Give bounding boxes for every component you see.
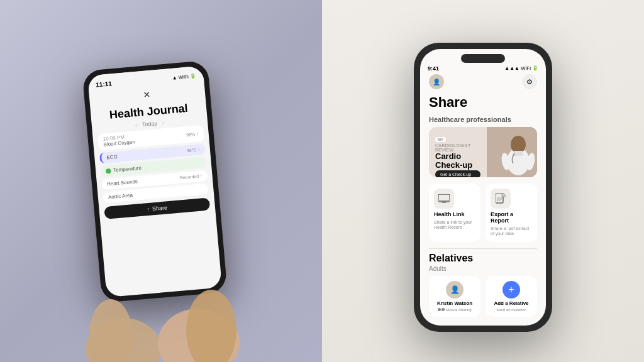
user-avatar[interactable]: 👤 — [429, 74, 444, 89]
settings-button[interactable]: ⚙ — [522, 74, 537, 89]
cardio-card[interactable]: MY CARDIOLOGIST REVIEW Cardio Check-up G… — [429, 127, 537, 177]
page-title: Share — [429, 94, 537, 111]
phone-right-content: 👤 ⚙ Share Healthcare professionals MY CA… — [420, 74, 546, 326]
health-link-card[interactable]: Health Link Share a link to your Health … — [429, 184, 480, 242]
temp-indicator — [106, 168, 111, 173]
export-icon — [491, 189, 511, 209]
dot-1 — [438, 308, 441, 311]
kristin-sharing: Mutual Sharing — [438, 308, 471, 312]
svg-point-6 — [511, 136, 526, 153]
phone-right-screen: 9:41 ▲▲▲ WiFi 🔋 👤 ⚙ Share Healthcare pro… — [420, 49, 546, 326]
ecg-label: ECG — [106, 154, 118, 160]
heart-label: Heart Sounds — [107, 178, 138, 187]
health-link-icon — [434, 189, 454, 209]
signal-icon: ▲▲▲ — [504, 65, 519, 72]
cardio-image — [487, 127, 537, 177]
health-link-desc: Share a link to your Health Record — [434, 220, 475, 231]
next-arrow[interactable]: › — [162, 119, 165, 126]
svg-rect-11 — [438, 200, 450, 202]
phone-left-screen: 11:11 ▲WiFi🔋 ✕ Health Journal ‹ Today › — [87, 66, 222, 298]
svg-rect-12 — [442, 202, 446, 203]
kristin-avatar: 👤 — [446, 281, 464, 299]
heart-value: Recorded ↑ — [180, 173, 203, 180]
sharing-dots — [438, 308, 445, 311]
add-relative-card[interactable]: + Add a Relative Send an invitation — [486, 276, 537, 317]
prev-arrow[interactable]: ‹ — [135, 122, 138, 128]
kristin-watson-card[interactable]: 👤 Kristin Watson Mutual Sharing — [429, 276, 480, 317]
add-relative-sub: Send an invitation — [496, 308, 526, 312]
hands-overlay — [73, 274, 249, 362]
aortic-label: Aortic Area — [108, 192, 133, 200]
phone-left: 11:11 ▲WiFi🔋 ✕ Health Journal ‹ Today › — [82, 60, 227, 303]
wifi-icon: WiFi — [521, 65, 531, 72]
battery-icon: 🔋 — [532, 65, 538, 72]
cardio-title: Cardio Check-up — [435, 152, 480, 170]
cardio-content: MY CARDIOLOGIST REVIEW Cardio Check-up G… — [429, 127, 487, 177]
phone-left-status-icons: ▲WiFi🔋 — [172, 74, 196, 81]
top-bar: 👤 ⚙ — [429, 74, 537, 89]
svg-point-3 — [186, 290, 236, 362]
health-link-title: Health Link — [434, 211, 475, 217]
entry-value: 98% ↑ — [186, 131, 199, 137]
export-desc: Share a .pdf extract of your data — [491, 226, 532, 237]
relatives-title: Relatives — [429, 253, 537, 264]
export-title: Export a Report — [491, 211, 532, 224]
adults-label: Adults — [429, 265, 537, 272]
cardio-subtitle: CARDIOLOGIST REVIEW — [435, 143, 480, 152]
healthcare-section-label: Healthcare professionals — [429, 116, 537, 123]
section-divider — [429, 248, 537, 249]
kristin-name: Kristin Watson — [437, 300, 472, 306]
svg-point-1 — [89, 299, 133, 362]
dot-2 — [441, 308, 445, 311]
right-time: 9:41 — [428, 65, 439, 72]
svg-rect-7 — [513, 151, 523, 156]
share-label: Share — [152, 204, 168, 212]
left-panel: 11:11 ▲WiFi🔋 ✕ Health Journal ‹ Today › — [0, 0, 322, 362]
right-status-icons: ▲▲▲ WiFi 🔋 — [504, 65, 538, 72]
cardio-badge: MY — [435, 137, 446, 142]
right-panel: 9:41 ▲▲▲ WiFi 🔋 👤 ⚙ Share Healthcare pro… — [322, 0, 644, 362]
share-icon: ↑ — [147, 206, 150, 212]
export-report-card[interactable]: Export a Report Share a .pdf extract of … — [486, 184, 537, 242]
sharing-label: Mutual Sharing — [446, 308, 471, 312]
date-label: Today — [142, 120, 158, 128]
phone-right-status-bar: 9:41 ▲▲▲ WiFi 🔋 — [420, 65, 546, 74]
dynamic-island — [461, 54, 505, 63]
temp-label: Temperature — [113, 165, 142, 173]
ecg-value: 38°C ↑ — [187, 147, 201, 153]
phone-left-time: 11:11 — [96, 80, 112, 88]
relative-cards: 👤 Kristin Watson Mutual Sharing + — [429, 276, 537, 317]
add-relative-name: Add a Relative — [494, 300, 528, 306]
add-relative-icon: + — [502, 281, 520, 299]
action-cards: Health Link Share a link to your Health … — [429, 184, 537, 242]
cardio-cta-button[interactable]: Get a Check-up — [435, 170, 480, 177]
phone-right: 9:41 ▲▲▲ WiFi 🔋 👤 ⚙ Share Healthcare pro… — [414, 43, 552, 332]
